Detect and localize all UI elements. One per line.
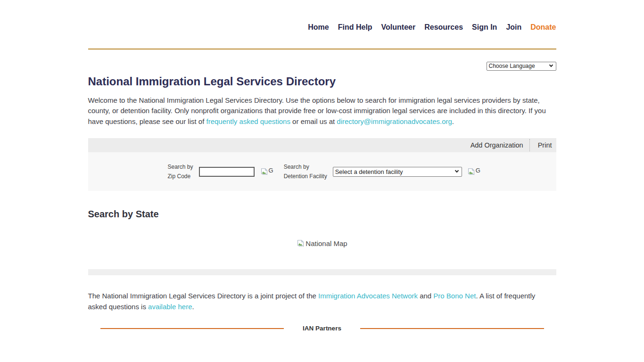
language-select-wrap: Choose Language — [487, 61, 556, 71]
nav-volunteer[interactable]: Volunteer — [381, 23, 416, 32]
section-divider-bar — [88, 269, 556, 275]
language-row: Choose Language — [88, 61, 556, 71]
main-nav: Home Find Help Volunteer Resources Sign … — [88, 23, 556, 32]
footer-text-1: The National Immigration Legal Services … — [88, 292, 319, 300]
intro-text-2: or email us at — [290, 117, 337, 125]
detention-label-line1: Search by — [284, 162, 327, 172]
national-map-alt-text: National Map — [305, 239, 347, 247]
footer-text-4: . — [192, 303, 194, 311]
ian-partners-heading: IAN Partners — [88, 325, 556, 332]
nav-find-help[interactable]: Find Help — [338, 23, 372, 32]
immigration-advocates-network-link[interactable]: Immigration Advocates Network — [318, 292, 418, 300]
email-link[interactable]: directory@immigrationadvocates.org — [337, 117, 452, 125]
print-link[interactable]: Print — [538, 141, 552, 149]
zip-search-label: Search by Zip Code — [168, 162, 193, 181]
zip-go-alt-text: G — [269, 167, 273, 174]
partners-line-left — [100, 328, 284, 329]
national-map-placeholder[interactable]: National Map — [88, 239, 556, 247]
zip-label-line1: Search by — [168, 162, 193, 172]
toolbar-separator — [529, 139, 530, 151]
available-here-link[interactable]: available here — [148, 303, 192, 311]
broken-image-icon — [260, 168, 268, 176]
facility-go-alt-text: G — [476, 167, 480, 174]
nav-home[interactable]: Home — [308, 23, 329, 32]
toolbar: Add Organization Print — [88, 138, 556, 152]
page-container: Home Find Help Volunteer Resources Sign … — [88, 0, 556, 362]
nav-join[interactable]: Join — [506, 23, 521, 32]
zip-go-button[interactable]: G — [260, 168, 273, 176]
search-by-state-heading: Search by State — [88, 209, 556, 220]
nav-sign-in[interactable]: Sign In — [472, 23, 497, 32]
footer-text-2: and — [418, 292, 433, 300]
intro-text-3: . — [452, 117, 454, 125]
facility-select-wrap: Select a detention facility — [333, 167, 462, 177]
zip-code-input[interactable] — [199, 167, 255, 177]
partners-line-right — [360, 328, 544, 329]
search-panel: Search by Zip Code G Search by Detention… — [88, 152, 556, 191]
broken-image-icon — [467, 168, 475, 176]
nav-resources[interactable]: Resources — [424, 23, 463, 32]
zip-label-line2: Zip Code — [168, 172, 193, 181]
header-divider-line — [88, 49, 556, 49]
page-title: National Immigration Legal Services Dire… — [88, 75, 556, 88]
faq-link[interactable]: frequently asked questions — [206, 117, 290, 125]
footer-paragraph: The National Immigration Legal Services … — [88, 291, 556, 312]
detention-search-label: Search by Detention Facility — [284, 162, 327, 181]
pro-bono-net-link[interactable]: Pro Bono Net — [433, 292, 476, 300]
header: Home Find Help Volunteer Resources Sign … — [88, 0, 556, 49]
language-select[interactable]: Choose Language — [487, 62, 556, 71]
ian-partners-label: IAN Partners — [303, 325, 341, 332]
detention-facility-select[interactable]: Select a detention facility — [333, 167, 462, 177]
broken-image-icon — [297, 239, 305, 247]
intro-paragraph: Welcome to the National Immigration Lega… — [88, 95, 556, 127]
add-organization-link[interactable]: Add Organization — [471, 141, 523, 149]
nav-donate[interactable]: Donate — [530, 23, 556, 32]
facility-go-button[interactable]: G — [467, 168, 480, 176]
detention-label-line2: Detention Facility — [284, 172, 327, 181]
